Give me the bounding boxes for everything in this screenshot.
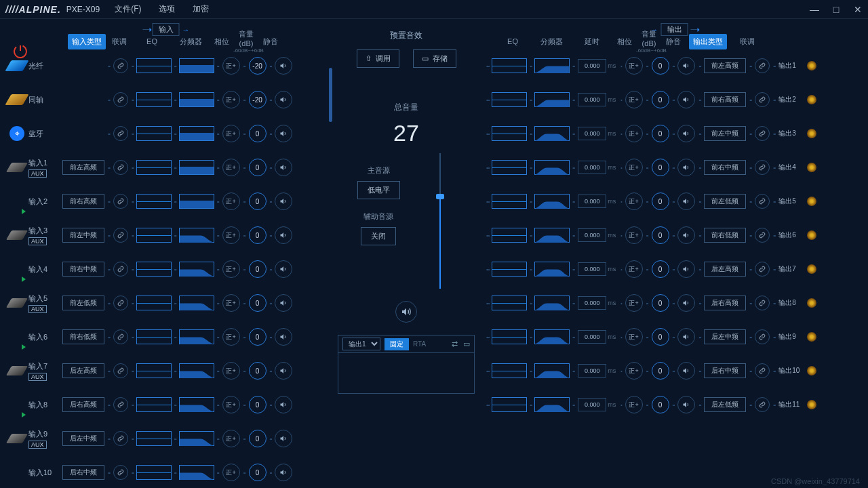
link-button[interactable]: [113, 126, 128, 141]
phase-button[interactable]: 正+: [625, 125, 643, 142]
phase-button[interactable]: 正+: [222, 430, 240, 447]
mute-button[interactable]: [275, 192, 292, 210]
mute-button[interactable]: [677, 57, 695, 75]
output-type-box[interactable]: 后左高频: [704, 262, 746, 277]
output-type-box[interactable]: 前左低频: [704, 194, 746, 209]
link-button[interactable]: [113, 397, 128, 412]
volume-button[interactable]: -20: [249, 57, 267, 75]
output-type-box[interactable]: 前右高频: [704, 92, 746, 107]
link-button[interactable]: [755, 363, 770, 378]
main-source-button[interactable]: 低电平: [357, 181, 400, 199]
mute-button[interactable]: [677, 91, 695, 108]
eq-button[interactable]: [136, 262, 172, 277]
hdr-input-type[interactable]: 输入类型: [68, 34, 106, 49]
xover-button[interactable]: [179, 363, 214, 378]
phase-button[interactable]: 正+: [625, 57, 643, 75]
output-type-box[interactable]: 后左中频: [704, 329, 746, 344]
output-type-box[interactable]: 前右低频: [704, 228, 746, 243]
mute-button[interactable]: [677, 362, 695, 380]
eq-button[interactable]: [136, 228, 172, 243]
xover-button[interactable]: [534, 228, 570, 243]
rta-output-select[interactable]: 输出1: [342, 338, 380, 350]
volume-button[interactable]: 0: [652, 159, 669, 176]
volume-button[interactable]: 0: [652, 396, 669, 413]
link-button[interactable]: [755, 296, 770, 310]
xover-button[interactable]: [534, 397, 570, 412]
aux-source-button[interactable]: 关闭: [361, 227, 396, 245]
phase-button[interactable]: 正+: [222, 226, 240, 244]
link-button[interactable]: [755, 262, 770, 277]
input-type-box[interactable]: 后左高频: [62, 363, 104, 378]
link-icon[interactable]: ⇄: [452, 340, 458, 348]
link-button[interactable]: [755, 92, 770, 107]
eq-button[interactable]: [492, 160, 527, 175]
save-button[interactable]: ▭存储: [413, 49, 456, 68]
eq-button[interactable]: [492, 363, 527, 378]
phase-button[interactable]: 正+: [222, 192, 240, 210]
eq-button[interactable]: [136, 194, 172, 209]
eq-button[interactable]: [136, 363, 172, 378]
eq-button[interactable]: [136, 329, 172, 344]
mute-button[interactable]: [677, 294, 695, 312]
link-button[interactable]: [755, 329, 770, 344]
link-button[interactable]: [113, 296, 128, 310]
link-button[interactable]: [113, 363, 128, 378]
volume-button[interactable]: 0: [652, 260, 669, 278]
phase-button[interactable]: 正+: [222, 396, 240, 413]
xover-button[interactable]: [534, 160, 570, 175]
eq-button[interactable]: [492, 58, 527, 73]
volume-button[interactable]: 0: [249, 226, 267, 244]
phase-button[interactable]: 正+: [625, 294, 643, 312]
xover-button[interactable]: [534, 58, 570, 73]
input-scrollbar[interactable]: [329, 68, 332, 488]
phase-button[interactable]: 正+: [222, 159, 240, 176]
input-type-box[interactable]: 前右低频: [62, 329, 104, 344]
phase-button[interactable]: 正+: [222, 57, 240, 75]
delay-value[interactable]: 0.000: [578, 59, 606, 73]
link-button[interactable]: [113, 194, 128, 209]
xover-button[interactable]: [534, 329, 570, 344]
minimize-button[interactable]: —: [810, 5, 819, 14]
mute-button[interactable]: [275, 125, 292, 142]
volume-button[interactable]: 0: [249, 159, 267, 176]
recall-button[interactable]: ⇧调用: [357, 49, 399, 68]
link-button[interactable]: [113, 92, 128, 107]
volume-button[interactable]: 0: [249, 328, 267, 346]
eq-button[interactable]: [492, 262, 527, 277]
master-mute-button[interactable]: [395, 301, 417, 323]
phase-button[interactable]: 正+: [625, 91, 643, 108]
eq-button[interactable]: [492, 126, 527, 141]
phase-button[interactable]: 正+: [625, 328, 643, 346]
xover-button[interactable]: [534, 262, 570, 277]
menu-file[interactable]: 文件(F): [115, 3, 141, 15]
delay-value[interactable]: 0.000: [578, 195, 606, 208]
expand-icon[interactable]: ▭: [463, 340, 470, 348]
mute-button[interactable]: [677, 192, 695, 210]
output-type-box[interactable]: 后左低频: [704, 397, 746, 412]
delay-value[interactable]: 0.000: [578, 93, 606, 106]
output-type-box[interactable]: 后右中频: [704, 363, 746, 378]
input-type-box[interactable]: 后右中频: [62, 465, 104, 480]
menu-encrypt[interactable]: 加密: [193, 3, 209, 15]
output-type-box[interactable]: 前左中频: [704, 126, 746, 141]
eq-button[interactable]: [136, 465, 172, 480]
link-button[interactable]: [113, 262, 128, 277]
phase-button[interactable]: 正+: [222, 328, 240, 346]
xover-button[interactable]: [179, 92, 214, 107]
eq-button[interactable]: [492, 194, 527, 209]
phase-button[interactable]: 正+: [625, 260, 643, 278]
input-type-box[interactable]: 后右高频: [62, 397, 104, 412]
delay-value[interactable]: 0.000: [578, 330, 606, 344]
mute-button[interactable]: [677, 328, 695, 346]
eq-button[interactable]: [492, 296, 527, 310]
volume-button[interactable]: 0: [652, 57, 669, 75]
output-type-box[interactable]: 前左高频: [704, 58, 746, 73]
mute-button[interactable]: [677, 125, 695, 142]
xover-button[interactable]: [179, 262, 214, 277]
xover-button[interactable]: [179, 431, 214, 446]
mute-button[interactable]: [677, 396, 695, 413]
link-button[interactable]: [755, 194, 770, 209]
phase-button[interactable]: 正+: [222, 464, 240, 481]
xover-button[interactable]: [179, 296, 214, 310]
xover-button[interactable]: [179, 194, 214, 209]
